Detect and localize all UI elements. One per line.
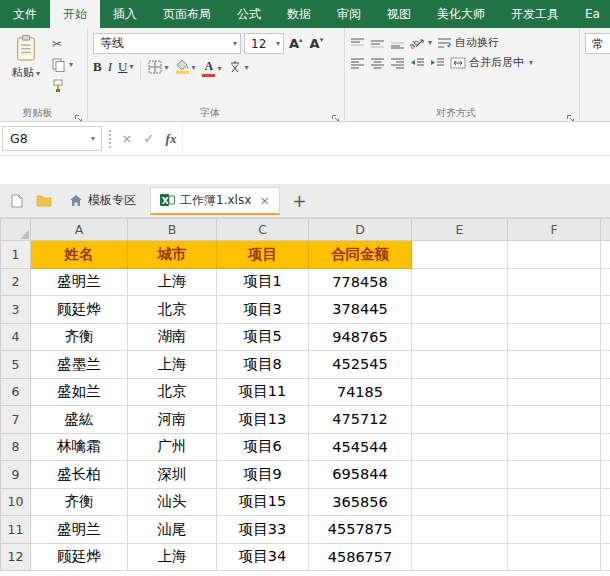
paste-button[interactable]: 粘贴▾	[5, 32, 47, 94]
cell-F7[interactable]	[508, 406, 601, 434]
copy-button[interactable]: ▾	[52, 56, 73, 73]
grow-font-button[interactable]: A▴	[287, 36, 305, 51]
cell-E4[interactable]	[412, 323, 508, 351]
tab-workbook1[interactable]: X 工作簿1.xlsx ×	[150, 187, 280, 215]
cell-D4[interactable]: 948765	[309, 323, 412, 351]
ribbon-tab-ea-partial[interactable]: Ea	[572, 0, 610, 28]
row-header-6[interactable]: 6	[1, 378, 31, 406]
align-left-button[interactable]	[350, 57, 365, 69]
font-dialog-launcher[interactable]	[331, 108, 342, 119]
cell-F12[interactable]	[508, 543, 601, 571]
cut-button[interactable]: ✂	[52, 35, 73, 52]
new-tab-button[interactable]: +	[285, 191, 313, 211]
align-center-button[interactable]	[370, 57, 385, 69]
row-header-11[interactable]: 11	[1, 516, 31, 544]
cell-E3[interactable]	[412, 296, 508, 324]
column-header-D[interactable]: D	[309, 219, 412, 241]
orientation-button[interactable]: ab ▾	[410, 36, 432, 49]
cell-A4[interactable]: 齐衡	[31, 323, 128, 351]
select-all-corner[interactable]	[1, 219, 31, 241]
cell-B4[interactable]: 湖南	[128, 323, 217, 351]
cell-D3[interactable]: 378445	[309, 296, 412, 324]
cell-C5[interactable]: 项目8	[217, 351, 309, 379]
row-header-3[interactable]: 3	[1, 296, 31, 324]
format-painter-button[interactable]	[52, 77, 73, 94]
confirm-entry-button[interactable]: ✓	[138, 131, 160, 146]
cell-B9[interactable]: 深圳	[128, 461, 217, 489]
font-size-combo[interactable]: 12▾	[244, 33, 284, 54]
cell-A9[interactable]: 盛长柏	[31, 461, 128, 489]
formula-bar-grip[interactable]	[102, 130, 111, 148]
close-tab-icon[interactable]: ×	[259, 193, 270, 208]
cell-D11[interactable]: 4557875	[309, 516, 412, 544]
name-box-dropdown-icon[interactable]: ▾	[85, 134, 101, 143]
cell-B5[interactable]: 上海	[128, 351, 217, 379]
cell-B8[interactable]: 广州	[128, 433, 217, 461]
cell-A10[interactable]: 齐衡	[31, 488, 128, 516]
formula-input[interactable]	[182, 122, 610, 155]
italic-button[interactable]: I	[108, 60, 112, 73]
cell-F4[interactable]	[508, 323, 601, 351]
cell-C6[interactable]: 项目11	[217, 378, 309, 406]
ribbon-tab-view[interactable]: 视图	[374, 0, 424, 28]
cell-C4[interactable]: 项目5	[217, 323, 309, 351]
cell-B10[interactable]: 汕头	[128, 488, 217, 516]
cell-C7[interactable]: 项目13	[217, 406, 309, 434]
cell-A8[interactable]: 林噙霜	[31, 433, 128, 461]
cell-D6[interactable]: 74185	[309, 378, 412, 406]
alignment-dialog-launcher[interactable]	[566, 108, 577, 119]
wrap-text-button[interactable]: 自动换行	[437, 35, 499, 50]
cell-A11[interactable]: 盛明兰	[31, 516, 128, 544]
cell-A2[interactable]: 盛明兰	[31, 268, 128, 296]
cell-D10[interactable]: 365856	[309, 488, 412, 516]
cell-D9[interactable]: 695844	[309, 461, 412, 489]
cell-B12[interactable]: 上海	[128, 543, 217, 571]
cell-F8[interactable]	[508, 433, 601, 461]
row-header-2[interactable]: 2	[1, 268, 31, 296]
cell-A1[interactable]: 姓名	[31, 241, 128, 269]
clipboard-dialog-launcher[interactable]	[74, 108, 85, 119]
number-format-combo[interactable]: 常	[585, 33, 610, 54]
cell-D8[interactable]: 454544	[309, 433, 412, 461]
row-header-9[interactable]: 9	[1, 461, 31, 489]
cell-D7[interactable]: 475712	[309, 406, 412, 434]
align-right-button[interactable]	[390, 57, 405, 69]
cell-C2[interactable]: 项目1	[217, 268, 309, 296]
row-header-8[interactable]: 8	[1, 433, 31, 461]
cell-D5[interactable]: 452545	[309, 351, 412, 379]
cell-C9[interactable]: 项目9	[217, 461, 309, 489]
borders-button[interactable]: ▾	[148, 60, 168, 74]
ribbon-tab-page-layout[interactable]: 页面布局	[150, 0, 224, 28]
cell-D1[interactable]: 合同金额	[309, 241, 412, 269]
cell-D2[interactable]: 778458	[309, 268, 412, 296]
open-folder-button[interactable]	[33, 189, 55, 213]
ribbon-tab-home[interactable]: 开始	[50, 0, 100, 28]
cell-C12[interactable]: 项目34	[217, 543, 309, 571]
cell-F6[interactable]	[508, 378, 601, 406]
column-header-B[interactable]: B	[128, 219, 217, 241]
cell-A12[interactable]: 顾廷烨	[31, 543, 128, 571]
bold-button[interactable]: B	[93, 60, 102, 73]
cell-E5[interactable]	[412, 351, 508, 379]
column-header-C[interactable]: C	[217, 219, 309, 241]
cell-B11[interactable]: 汕尾	[128, 516, 217, 544]
cell-B7[interactable]: 河南	[128, 406, 217, 434]
cell-F9[interactable]	[508, 461, 601, 489]
fill-color-button[interactable]: ▾	[175, 60, 195, 74]
cell-C1[interactable]: 项目	[217, 241, 309, 269]
underline-button[interactable]: U▾	[118, 60, 133, 73]
cell-F3[interactable]	[508, 296, 601, 324]
cell-B2[interactable]: 上海	[128, 268, 217, 296]
cell-D12[interactable]: 4586757	[309, 543, 412, 571]
shrink-font-button[interactable]: A▾	[308, 36, 326, 51]
font-name-combo[interactable]: 等线▾	[93, 33, 241, 54]
ribbon-tab-insert[interactable]: 插入	[100, 0, 150, 28]
increase-indent-button[interactable]	[430, 57, 445, 69]
column-header-A[interactable]: A	[31, 219, 128, 241]
cell-E10[interactable]	[412, 488, 508, 516]
cell-B1[interactable]: 城市	[128, 241, 217, 269]
align-bottom-button[interactable]	[390, 37, 405, 49]
cell-A5[interactable]: 盛墨兰	[31, 351, 128, 379]
insert-function-button[interactable]: fx	[160, 131, 182, 147]
cell-E6[interactable]	[412, 378, 508, 406]
